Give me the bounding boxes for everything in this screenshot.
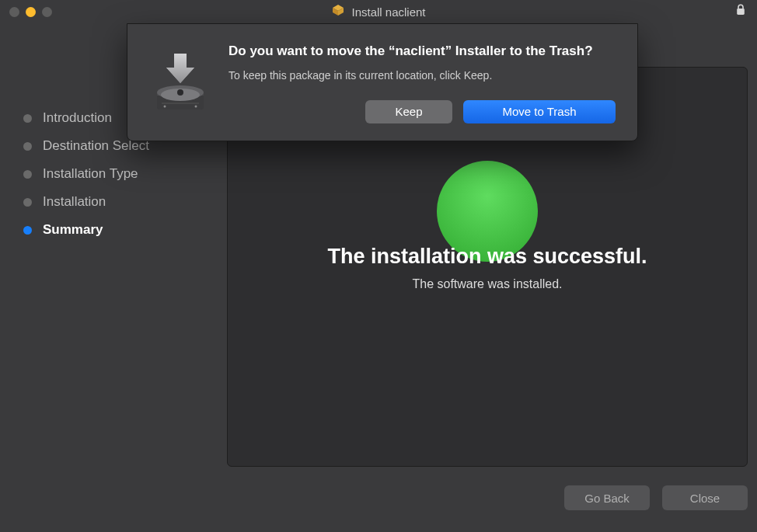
titlebar: Install naclient xyxy=(0,0,757,23)
installer-disk-icon xyxy=(149,43,211,123)
step-installation-type: Installation Type xyxy=(23,160,210,188)
footer-buttons: Go Back Close xyxy=(564,485,748,510)
lock-icon xyxy=(735,4,746,19)
minimize-window-button[interactable] xyxy=(26,7,36,17)
move-to-trash-dialog: Do you want to move the “naclient” Insta… xyxy=(127,23,638,141)
step-dot-icon xyxy=(23,198,32,207)
success-subtext: The software was installed. xyxy=(228,277,747,291)
svg-marker-2 xyxy=(338,8,344,16)
svg-point-7 xyxy=(177,89,183,96)
step-dot-icon xyxy=(23,114,32,123)
keep-button[interactable]: Keep xyxy=(365,100,452,123)
svg-marker-0 xyxy=(333,5,344,11)
step-dot-icon xyxy=(23,170,32,179)
go-back-button[interactable]: Go Back xyxy=(564,485,650,510)
success-heading: The installation was successful. xyxy=(228,245,747,269)
svg-point-10 xyxy=(195,106,197,108)
dialog-title: Do you want to move the “naclient” Insta… xyxy=(228,43,616,61)
step-installation: Installation xyxy=(23,188,210,216)
svg-point-9 xyxy=(164,106,166,108)
step-summary: Summary xyxy=(23,216,210,244)
step-dot-icon xyxy=(23,142,32,151)
close-button[interactable]: Close xyxy=(662,485,748,510)
svg-marker-1 xyxy=(333,8,338,16)
package-icon xyxy=(331,3,345,20)
step-label: Summary xyxy=(43,222,103,238)
dialog-body-text: To keep this package in its current loca… xyxy=(228,68,616,83)
step-label: Introduction xyxy=(43,110,112,126)
close-window-button[interactable] xyxy=(9,7,19,17)
window-title: Install naclient xyxy=(351,5,425,19)
maximize-window-button[interactable] xyxy=(42,7,52,17)
move-to-trash-button[interactable]: Move to Trash xyxy=(463,100,616,123)
window-controls xyxy=(0,7,52,17)
step-label: Installation Type xyxy=(43,166,138,182)
svg-rect-3 xyxy=(737,9,745,15)
step-dot-icon xyxy=(23,226,32,235)
step-label: Installation xyxy=(43,194,106,210)
